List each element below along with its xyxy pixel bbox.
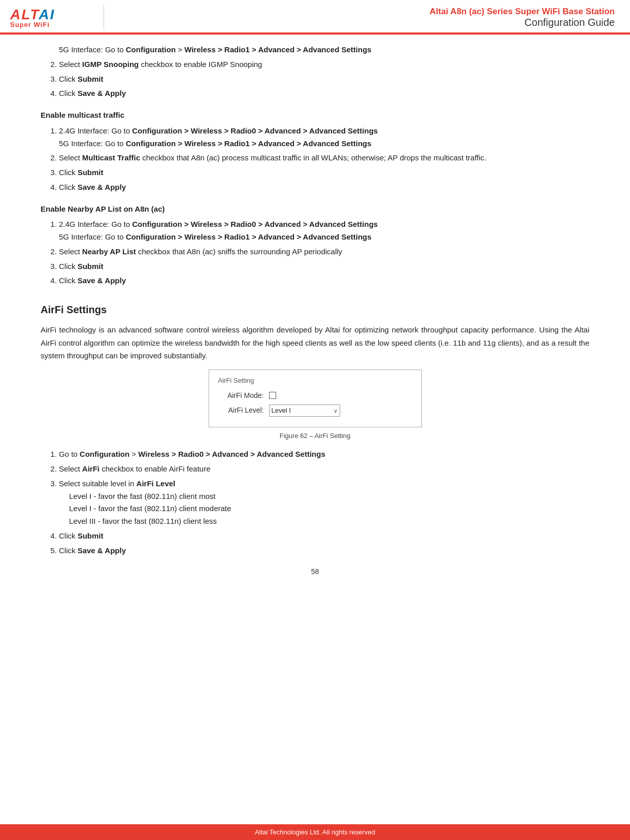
list-item: Click Submit xyxy=(59,73,589,86)
s1-item2-suffix: checkbox that A8n (ac) process multicast… xyxy=(140,153,486,162)
item4-text: Click xyxy=(59,89,78,97)
af-level3-text: Level III - favor the fast (802.11n) cli… xyxy=(69,515,589,528)
item2-bold: IGMP Snooping xyxy=(82,60,139,69)
af-item5-text: Click xyxy=(59,546,78,555)
s2-item2-text: Select xyxy=(59,247,82,256)
airfi-level-select[interactable]: Level I ∨ xyxy=(269,405,340,417)
s1-item3-bold: Submit xyxy=(78,168,104,177)
list-item: Click Save & Apply xyxy=(59,275,589,287)
s1-item3-text: Click xyxy=(59,168,78,177)
airfi-heading: AirFi Settings xyxy=(41,301,589,318)
af-item2-bold: AirFi xyxy=(82,464,100,473)
intro-5g-line: 5G Interface: Go to Configuration > Wire… xyxy=(59,44,589,56)
af-item2-text: Select xyxy=(59,464,82,473)
af-item1-text: Go to xyxy=(59,450,80,458)
intro-5g-path: Wireless > Radio1 > Advanced > Advanced … xyxy=(184,45,371,54)
airfi-paragraph: AirFi technology is an advanced software… xyxy=(41,323,589,362)
list-item: Click Save & Apply xyxy=(59,87,589,100)
s2-item3-text: Click xyxy=(59,262,78,271)
logo-subtext: Super WiFi xyxy=(10,21,50,28)
af-item1-path: Wireless > Radio0 > Advanced > Advanced … xyxy=(138,450,325,458)
s1-24g-path: > Wireless > Radio0 > Advanced > Advance… xyxy=(182,126,378,135)
list-item: Click Save & Apply xyxy=(59,181,589,194)
airfi-mode-label: AirFi Mode: xyxy=(218,390,264,401)
nearby-ap-section: Enable Nearby AP List on A8n (ac) 2.4G I… xyxy=(41,203,589,288)
multicast-list: 2.4G Interface: Go to Configuration > Wi… xyxy=(59,125,589,194)
page-header: ALTAI Super WiFi Altai A8n (ac) Series S… xyxy=(0,0,630,33)
af-item1-config: Configuration xyxy=(80,450,129,458)
s1-item2-text: Select xyxy=(59,153,82,162)
af-item3-text: Select suitable level in xyxy=(59,479,137,488)
af-item1-nav: > xyxy=(129,450,138,458)
intro-5g-text: 5G Interface: Go to xyxy=(59,45,126,54)
item3-bold: Submit xyxy=(78,75,104,83)
product-title: Altai A8n (ac) Series Super WiFi Base St… xyxy=(116,7,615,17)
airfi-level-label: AirFi Level: xyxy=(218,405,264,416)
af-item4-text: Click xyxy=(59,531,78,540)
airfi-level-value: Level I xyxy=(272,405,291,416)
s2-5g-text: 5G Interface: Go to xyxy=(59,232,126,241)
airfi-level-row: AirFi Level: Level I ∨ xyxy=(218,405,412,417)
page-content: 5G Interface: Go to Configuration > Wire… xyxy=(0,35,630,609)
header-divider-line xyxy=(104,5,104,29)
nearby-ap-list: 2.4G Interface: Go to Configuration > Wi… xyxy=(59,218,589,287)
s1-24g-text: 2.4G Interface: Go to xyxy=(59,126,132,135)
s2-24g-text: 2.4G Interface: Go to xyxy=(59,220,132,228)
intro-5g-nav: > xyxy=(176,45,184,54)
s1-item4-text: Click xyxy=(59,183,78,191)
af-item4-bold: Submit xyxy=(78,531,104,540)
intro-list: Select IGMP Snooping checkbox to enable … xyxy=(59,58,589,100)
s1-5g-config: Configuration xyxy=(126,139,176,148)
af-level2-text: Level I - favor the fast (802.11n) clien… xyxy=(69,502,589,515)
s2-24g-config: Configuration xyxy=(132,220,182,228)
list-item: Select suitable level in AirFi Level Lev… xyxy=(59,478,589,528)
s2-item4-bold: Save & Apply xyxy=(78,276,126,285)
list-item: 2.4G Interface: Go to Configuration > Wi… xyxy=(59,125,589,150)
s2-24g-path: > Wireless > Radio0 > Advanced > Advance… xyxy=(182,220,378,228)
footer-copyright: Altai Technologies Ltd. All rights reser… xyxy=(255,828,375,836)
item2-suffix: checkbox to enable IGMP Snooping xyxy=(139,60,262,69)
af-level1-text: Level I - favor the fast (802.11n) clien… xyxy=(69,490,589,503)
product-subtitle: Configuration Guide xyxy=(116,17,615,28)
s1-5g-path: > Wireless > Radio1 > Advanced > Advance… xyxy=(176,139,372,148)
s2-item3-bold: Submit xyxy=(78,262,104,271)
page-footer: Altai Technologies Ltd. All rights reser… xyxy=(0,824,630,840)
list-item: Select Multicast Traffic checkbox that A… xyxy=(59,152,589,164)
af-item5-bold: Save & Apply xyxy=(78,546,126,555)
multicast-section: Enable multicast traffic 2.4G Interface:… xyxy=(41,109,589,194)
item4-bold: Save & Apply xyxy=(78,89,126,97)
s2-item2-bold: Nearby AP List xyxy=(82,247,136,256)
intro-5g-config: Configuration xyxy=(126,45,176,54)
logo: ALTAI Super WiFi xyxy=(10,7,91,28)
s2-item2-suffix: checkbox that A8n (ac) sniffs the surrou… xyxy=(136,247,342,256)
list-item: Click Save & Apply xyxy=(59,545,589,557)
multicast-heading: Enable multicast traffic xyxy=(41,109,589,122)
airfi-figure: AirFi Setting AirFi Mode: AirFi Level: L… xyxy=(41,369,589,442)
airfi-mode-checkbox[interactable] xyxy=(269,392,276,399)
s1-item2-bold: Multicast Traffic xyxy=(82,153,140,162)
s1-item4-bold: Save & Apply xyxy=(78,183,126,191)
af-item3-bold: AirFi Level xyxy=(137,479,176,488)
list-item: Select IGMP Snooping checkbox to enable … xyxy=(59,58,589,71)
s2-5g-config: Configuration xyxy=(126,232,176,241)
list-item: Click Submit xyxy=(59,166,589,179)
item2-text: Select xyxy=(59,60,82,69)
nearby-ap-heading: Enable Nearby AP List on A8n (ac) xyxy=(41,203,589,216)
list-item: Select AirFi checkbox to enable AirFi fe… xyxy=(59,463,589,476)
intro-block: 5G Interface: Go to Configuration > Wire… xyxy=(41,44,589,100)
list-item: Go to Configuration > Wireless > Radio0 … xyxy=(59,448,589,461)
chevron-down-icon: ∨ xyxy=(334,406,338,415)
page-number: 58 xyxy=(41,566,589,578)
s2-item4-text: Click xyxy=(59,276,78,285)
list-item: Click Submit xyxy=(59,260,589,273)
figure-caption: Figure 62 – AirFi Setting xyxy=(280,430,350,441)
s2-5g-path: > Wireless > Radio1 > Advanced > Advance… xyxy=(176,232,372,241)
airfi-setting-box: AirFi Setting AirFi Mode: AirFi Level: L… xyxy=(209,369,422,428)
list-item: 2.4G Interface: Go to Configuration > Wi… xyxy=(59,218,589,244)
list-item: Click Submit xyxy=(59,530,589,543)
s1-5g-text: 5G Interface: Go to xyxy=(59,139,126,148)
header-titles: Altai A8n (ac) Series Super WiFi Base St… xyxy=(116,7,615,28)
s1-24g-config: Configuration xyxy=(132,126,182,135)
af-item2-suffix: checkbox to enable AirFi feature xyxy=(100,464,210,473)
airfi-section: AirFi Settings AirFi technology is an ad… xyxy=(41,301,589,557)
